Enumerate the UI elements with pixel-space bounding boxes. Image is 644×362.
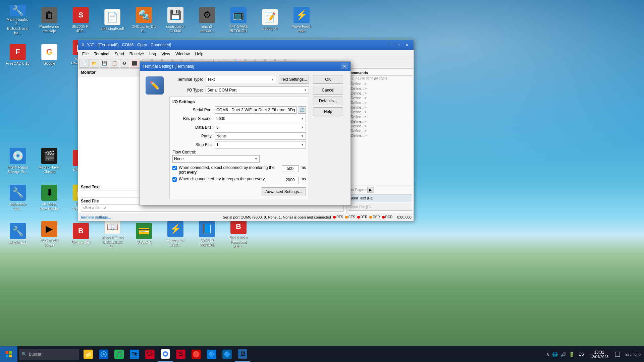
cmd-item-12[interactable]: <Define...> bbox=[348, 133, 412, 138]
flow-control-select[interactable]: None Software (XOn/XOff) Hardware (RTS/C… bbox=[172, 155, 260, 163]
status-settings-link[interactable]: Terminal settings... bbox=[80, 215, 223, 219]
cmd-item-7[interactable]: <Define...> bbox=[348, 110, 412, 114]
tb-stop[interactable]: ⬛ bbox=[130, 59, 139, 68]
desktop-icon-split[interactable]: 📄 split.single.pdf bbox=[98, 3, 127, 37]
start-button[interactable] bbox=[0, 346, 17, 362]
taskbar-antivirus[interactable]: 🛡 bbox=[142, 347, 158, 362]
pages-nav-btn[interactable]: ▶ bbox=[367, 187, 374, 193]
desktop-icon-papelera[interactable]: 🗑 Papelera dereciclaje bbox=[35, 3, 64, 37]
escritorio-label[interactable]: Escritorio bbox=[624, 352, 642, 356]
cmd-item-8[interactable]: <Define...> bbox=[348, 114, 412, 119]
vlc-label: VLC media player bbox=[37, 238, 62, 247]
desktop-icon-mach3[interactable]: ⚙ mach3-softwar... bbox=[193, 3, 221, 37]
yat-close-btn[interactable]: ✕ bbox=[403, 42, 411, 48]
menu-window[interactable]: Window bbox=[173, 51, 193, 57]
cmd-item-10[interactable]: <Define...> bbox=[348, 124, 412, 128]
dialog-help-btn[interactable]: Help bbox=[313, 107, 343, 116]
dialog-defaults-btn[interactable]: Defaults... bbox=[313, 97, 343, 105]
desktop-icon-media-player[interactable]: 🎬 Media Player Classic bbox=[35, 144, 64, 178]
serial-port-select[interactable]: COM6 - Duet 2 WiFi or Duet 2 Ethernet 3D… bbox=[215, 106, 297, 114]
parity-select[interactable]: None Even Odd bbox=[215, 132, 306, 140]
desktop-icon-vlc[interactable]: ▶ VLC media player bbox=[35, 217, 64, 251]
show-hidden-icons[interactable]: ∧ bbox=[545, 351, 550, 358]
cmd-item-9[interactable]: <Define...> bbox=[348, 119, 412, 124]
taskbar-store[interactable]: 🛍 bbox=[127, 347, 142, 362]
taskbar-chrome[interactable] bbox=[158, 347, 173, 362]
data-bits-select[interactable]: 8 7 bbox=[215, 124, 306, 131]
yat-minimize-btn[interactable]: ─ bbox=[385, 42, 393, 48]
dialog-ok-btn[interactable]: OK bbox=[313, 75, 343, 84]
serial-port-refresh-btn[interactable]: 🔄 bbox=[298, 106, 306, 114]
desktop-icon-powerfeed[interactable]: ⚡ PowerFeed-main bbox=[287, 3, 316, 37]
taskbar-app8[interactable]: 🔷 bbox=[204, 347, 219, 362]
taskbar-app9[interactable]: 🔷 bbox=[219, 347, 235, 362]
taskbar-app7[interactable]: 🔴 bbox=[189, 347, 204, 362]
network-icon[interactable]: 🌐 bbox=[551, 351, 558, 358]
checkbox1-ms-input[interactable] bbox=[282, 165, 299, 172]
desktop-icon-controlador[interactable]: 💾 controladorCH340 bbox=[161, 3, 190, 37]
stop-bits-select[interactable]: 1 1.5 2 bbox=[215, 141, 306, 148]
manual-torno-label: Manual TornoCNC 1.0.1C D... bbox=[100, 235, 125, 249]
tb-open[interactable]: 📂 bbox=[90, 59, 99, 68]
cmd-item-2[interactable]: <Define...> bbox=[348, 86, 412, 91]
desktop-icon-cnclathe[interactable]: 🔩 CNCLathe_DUE... bbox=[129, 3, 158, 37]
cmd-item-3[interactable]: <Define...> bbox=[348, 91, 412, 96]
desktop-icon-manual-torno[interactable]: 📖 Manual TornoCNC 1.0.1C D... bbox=[98, 217, 127, 251]
tb-copy[interactable]: 📋 bbox=[110, 59, 119, 68]
desktop-icon-electronic[interactable]: ⚡ electronic-lead... bbox=[161, 217, 190, 251]
tb-save[interactable]: 💾 bbox=[100, 59, 109, 68]
menu-log[interactable]: Log bbox=[147, 51, 159, 57]
desktop-icon-google[interactable]: G Google bbox=[35, 38, 64, 72]
volume-icon[interactable]: 🔊 bbox=[560, 351, 567, 358]
cmd-item-1[interactable]: <Define...> bbox=[348, 81, 412, 86]
cmd-item-5[interactable]: <Define...> bbox=[348, 100, 412, 105]
desktop-icon-sdcard[interactable]: 💳 SDCARD bbox=[129, 217, 158, 251]
taskbar-clock[interactable]: 18:32 12/04/2023 bbox=[587, 350, 611, 359]
menu-help[interactable]: Help bbox=[193, 51, 206, 57]
dialog-cancel-btn[interactable]: Cancel bbox=[313, 86, 343, 95]
bps-select[interactable]: 9600 19200 115200 bbox=[215, 115, 306, 122]
desktop-icon-tft[interactable]: 📺 TFT GAMSBLTOUGH bbox=[224, 3, 253, 37]
desktop-icon-debug[interactable]: 📝 debug.txt bbox=[256, 3, 284, 37]
checkbox2-ms-input[interactable] bbox=[282, 177, 299, 183]
desktop-icon-freecad[interactable]: F FreeCAD 0.18 bbox=[3, 38, 32, 72]
desktop-icon-4k[interactable]: ⬇ 4K VideoDownloader bbox=[35, 181, 64, 215]
desktop-icon-sw512[interactable]: 📘 SW-512MANUAL bbox=[193, 217, 221, 251]
taskbar-search[interactable]: 🔍 Buscar bbox=[19, 349, 79, 360]
desktop-icon-bitdefender-pass[interactable]: B BitdefenderPassword Mana... bbox=[224, 217, 253, 251]
battery-icon[interactable]: 🔋 bbox=[568, 351, 575, 358]
menu-file[interactable]: File bbox=[79, 51, 91, 57]
menu-send[interactable]: Send bbox=[112, 51, 127, 57]
advanced-settings-btn[interactable]: Advanced Settings... bbox=[262, 187, 306, 196]
terminal-type-select[interactable]: Text Binary bbox=[206, 76, 276, 83]
desktop-icon-se2005[interactable]: S SE2005-R-4EF... bbox=[66, 3, 95, 37]
tb-new[interactable]: 📄 bbox=[79, 59, 89, 68]
menu-view[interactable]: View bbox=[159, 51, 173, 57]
taskbar-yat[interactable]: 🖥 bbox=[235, 347, 250, 362]
desktop-icon-intel[interactable]: 💿 Intel® RapidStorage Te... bbox=[3, 144, 32, 178]
taskbar-cortana[interactable] bbox=[96, 347, 111, 362]
tb-settings[interactable]: ⚙ bbox=[120, 59, 129, 68]
desktop-icon-marlin-bugfix[interactable]: 🔧 Marlin-bugfix-2...BLTouch and ba... bbox=[3, 3, 32, 37]
send-text-btn[interactable]: Send Text [F3] bbox=[348, 194, 412, 202]
yat-maximize-btn[interactable]: □ bbox=[394, 42, 402, 48]
cmd-item-11[interactable]: <Define...> bbox=[348, 128, 412, 133]
text-settings-btn[interactable]: Text Settings... bbox=[279, 75, 309, 84]
cmd-item-4[interactable]: <Define...> bbox=[348, 96, 412, 100]
taskbar-solidworks[interactable]: S bbox=[173, 347, 189, 362]
notification-btn[interactable] bbox=[612, 349, 623, 359]
desktop-icon-marlin21[interactable]: 🔧 Marlin-2.1 bbox=[3, 217, 32, 251]
language-indicator[interactable]: ES bbox=[577, 352, 586, 357]
desktop-icon-bitdefender3[interactable]: B Bitdefender bbox=[66, 217, 95, 251]
taskbar-spotify[interactable]: 🎵 bbox=[111, 347, 127, 362]
cmd-item-6[interactable]: <Define...> bbox=[348, 105, 412, 110]
checkbox1[interactable] bbox=[172, 166, 177, 170]
menu-receive[interactable]: Receive bbox=[127, 51, 147, 57]
taskbar-explorer[interactable]: 📁 bbox=[80, 347, 96, 362]
checkbox2[interactable] bbox=[172, 177, 177, 182]
io-type-select[interactable]: Serial COM Port TCP/IP Client TCP/IP Ser… bbox=[206, 86, 309, 94]
menu-terminal[interactable]: Terminal bbox=[91, 51, 112, 57]
dialog-close-btn[interactable]: ✕ bbox=[341, 63, 348, 69]
send-file-btn[interactable]: Send File [F4] bbox=[348, 203, 412, 211]
desktop-icon-adj-tab[interactable]: 🔧 Adjustable tab... bbox=[3, 181, 32, 215]
